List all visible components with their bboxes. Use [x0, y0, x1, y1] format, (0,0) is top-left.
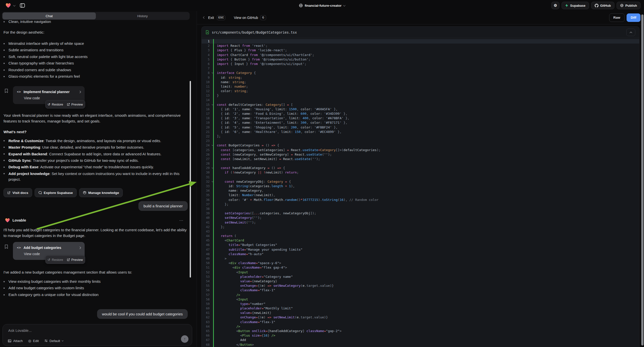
code-line: 2import React from 'react'; [202, 44, 639, 48]
line-number: 17 [202, 112, 212, 116]
restore-button[interactable]: ↺ Restore [48, 102, 63, 106]
list-item: Expand with Backend: Connect Supabase to… [0, 150, 185, 157]
assistant-name: Lovable [12, 218, 26, 222]
code-line: 51 <div className="flex gap-4"> [202, 265, 639, 270]
line-number: 61 [202, 311, 212, 315]
code-line: 14 [202, 98, 639, 102]
tab-history[interactable]: History [96, 12, 189, 20]
project-chevron-down-icon[interactable] [343, 4, 346, 6]
code-line: 46 title="Budget Categories" [202, 243, 639, 247]
preview-button[interactable]: Preview [67, 102, 83, 106]
line-number: 54 [202, 279, 212, 284]
code-line: 11 limit: number; [202, 84, 639, 89]
code-line: 1 [202, 39, 639, 44]
line-number: 30 [202, 170, 212, 175]
code-line: 36 color: '#' + Math.floor(Math.random()… [202, 198, 639, 202]
visit-docs-button[interactable]: Visit docs [4, 188, 32, 197]
chat-composer[interactable]: Ask Lovable... Attach ◎ Edit [2, 324, 192, 346]
list-item: View existing budget categories with the… [0, 278, 100, 285]
code-line: 68 </Button> [202, 342, 639, 347]
attach-button[interactable]: Attach [8, 339, 23, 343]
workspace-chevron-down-icon[interactable] [13, 4, 16, 6]
line-number: 59 [202, 302, 212, 306]
line-number: 34 [202, 188, 212, 193]
composer-placeholder[interactable]: Ask Lovable... [8, 328, 188, 332]
list-item: Master Prompting: Use clear, detailed, a… [0, 144, 185, 150]
code-line: 18 { id: '3', name: 'Transportation', li… [202, 116, 639, 120]
list-item: Clean, intuitive navigation [0, 18, 51, 25]
code-line: 38 [202, 206, 639, 211]
exit-button[interactable]: Exit ESC [204, 15, 225, 20]
assistant-help-message: I'll help you add budget categories to t… [4, 227, 188, 238]
line-number: 19 [202, 120, 212, 125]
esc-key-badge: ESC [217, 15, 225, 20]
github-button[interactable]: GitHub [591, 2, 614, 9]
list-item: Glass-morphic elements for a premium fee… [0, 73, 88, 80]
line-number: 47 [202, 248, 212, 252]
chevron-up-icon [630, 32, 632, 34]
line-number: 16 [202, 107, 212, 112]
list-item: Add project knowledge: Set key context o… [0, 170, 185, 182]
model-selector[interactable]: Default [44, 339, 63, 343]
line-number: 25 [202, 148, 212, 152]
image-icon [8, 339, 12, 343]
list-item: Refine & Customize: Tweak the design, an… [0, 138, 185, 144]
window-scrollbar[interactable] [641, 14, 644, 346]
code-icon: <> [17, 90, 21, 94]
code-line: 64 /> [202, 324, 639, 329]
raw-toggle-button[interactable]: Raw [609, 14, 624, 22]
list-item: Minimalist interface with plenty of whit… [0, 40, 88, 47]
added-section-heading: I've added a new budget categories manag… [4, 269, 132, 275]
line-number: 5 [202, 57, 212, 62]
collapse-file-button[interactable] [626, 29, 635, 36]
code-line: 24const BudgetCategories = () => { [202, 143, 639, 148]
send-button[interactable]: ↑ [181, 335, 188, 343]
settings-button[interactable]: ⚙ [552, 2, 559, 9]
line-number: 2 [202, 44, 212, 48]
explore-supabase-button[interactable]: Explore Supabase [34, 188, 77, 197]
supabase-button[interactable]: Supabase [562, 2, 589, 9]
line-number: 68 [202, 342, 212, 347]
code-line: 65 <Button onClick={handleAddCategory} c… [202, 329, 639, 333]
restore-button[interactable]: ↺ Restore [48, 258, 63, 262]
preview-button[interactable]: Preview [67, 258, 83, 262]
code-panel: Exit ESC View on GitHub G Raw Diff src/c… [197, 11, 644, 347]
project-title[interactable]: financial-future-creator [305, 4, 342, 8]
manage-knowledge-button[interactable]: Manage knowledge [79, 188, 123, 197]
line-number: 45 [202, 238, 212, 243]
chevron-left-icon [203, 16, 206, 19]
code-line: 54 value={newCategory} [202, 279, 639, 284]
diff-toggle-button[interactable]: Diff [626, 14, 641, 22]
code-line: 48 className="h-auto" [202, 252, 639, 256]
line-number: 62 [202, 315, 212, 320]
gear-icon: ⚙ [554, 3, 557, 8]
code-line: 33 id: String(categories.length + 1), [202, 184, 639, 188]
bookmark-icon[interactable] [4, 88, 8, 93]
external-link-icon [67, 258, 70, 261]
code-line: 29 const handleAddCategory = () => { [202, 166, 639, 170]
message-more-icon[interactable]: ⋯ [179, 218, 184, 223]
file-header[interactable]: src/components/budget/BudgetCategories.t… [202, 27, 639, 38]
design-aesthetic-heading: For the design aesthetic: [4, 29, 44, 35]
line-number: 21 [202, 130, 212, 134]
publish-button[interactable]: Publish [616, 2, 640, 9]
code-line: 26 const [newCategory, setNewCategory] =… [202, 152, 639, 157]
line-number: 33 [202, 184, 212, 188]
view-on-github-button[interactable]: View on GitHub G [234, 15, 266, 20]
whats-next-list: Refine & Customize: Tweak the design, an… [0, 138, 185, 182]
sidebar-toggle-icon[interactable] [20, 3, 25, 8]
code-line: 20 { id: '5', name: 'Shopping', limit: 2… [202, 125, 639, 130]
lovable-logo-icon[interactable] [6, 3, 11, 8]
previous-list: Clean, intuitive navigation [0, 18, 51, 25]
code-line: 45 <ChartCard [202, 238, 639, 243]
edit-mode-button[interactable]: ◎ Edit [28, 339, 38, 343]
code-line: 47 subtitle="Manage your spending limits… [202, 248, 639, 252]
line-number: 55 [202, 284, 212, 288]
list-item: Subtle animations and transitions [0, 47, 88, 53]
code-line: 37 }; [202, 202, 639, 206]
code-line: 13} [202, 93, 639, 98]
chat-scrollbar[interactable] [190, 81, 191, 278]
code-panel-header: Exit ESC View on GitHub G Raw Diff [197, 11, 644, 24]
bookmark-icon[interactable] [4, 244, 8, 249]
line-number: 8 [202, 71, 212, 75]
